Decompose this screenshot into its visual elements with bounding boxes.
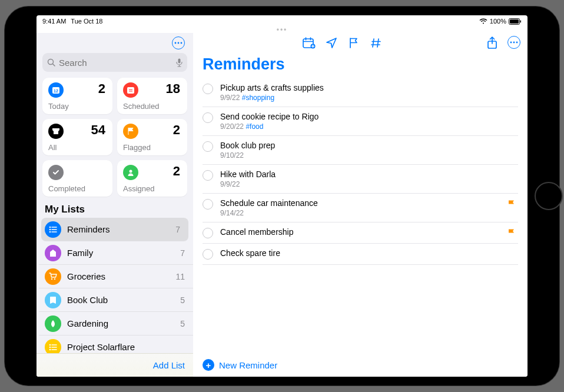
list-count: 7: [180, 248, 185, 258]
completion-toggle[interactable]: [203, 112, 213, 123]
list-row[interactable]: Family7: [39, 241, 193, 265]
svg-line-7: [53, 64, 55, 67]
svg-point-25: [49, 346, 51, 348]
my-lists: Reminders7Family7Groceries11Book Club5Ga…: [37, 218, 193, 353]
list-row[interactable]: Project Solarflare: [39, 335, 193, 353]
hashtag-icon[interactable]: [369, 36, 383, 50]
person-icon: [123, 165, 138, 180]
list-count: 5: [180, 295, 185, 305]
reminder-row[interactable]: Check spare tire: [203, 244, 518, 265]
list-row[interactable]: Book Club5: [39, 288, 193, 312]
wifi-icon: [479, 18, 487, 24]
status-bar: 9:41 AM Tue Oct 18 100%: [37, 15, 527, 27]
completion-toggle[interactable]: [203, 228, 213, 238]
list-icon: [45, 315, 61, 332]
reminder-row[interactable]: Book club prep9/10/22: [203, 136, 518, 165]
tray-icon: [48, 124, 64, 139]
svg-point-38: [510, 42, 512, 44]
calendar-icon: 12: [48, 82, 64, 98]
more-options-button[interactable]: [172, 36, 185, 49]
svg-point-16: [49, 226, 51, 228]
svg-rect-8: [178, 58, 181, 63]
list-icon: [45, 339, 61, 354]
main-panel: Reminders Pickup arts & crafts supplies9…: [193, 33, 527, 377]
reminder-title: Pickup arts & crafts supplies: [220, 83, 518, 92]
list-count: 11: [175, 272, 185, 281]
svg-point-5: [181, 42, 183, 44]
svg-rect-1: [510, 19, 519, 24]
reminder-title: Book club prep: [220, 141, 518, 150]
mic-icon[interactable]: [176, 58, 183, 67]
completion-toggle[interactable]: [203, 84, 213, 94]
list-name: Gardening: [67, 318, 174, 328]
reminder-title: Send cookie recipe to Rigo: [220, 112, 518, 121]
smart-lists-grid: 122Today18Scheduled54All2FlaggedComplete…: [37, 72, 193, 202]
svg-point-39: [513, 42, 515, 44]
flag-icon[interactable]: [347, 36, 361, 50]
smart-count: 54: [91, 122, 105, 138]
svg-rect-2: [520, 20, 522, 22]
toolbar: [193, 33, 527, 53]
completion-toggle[interactable]: [203, 141, 213, 152]
smart-label: Scheduled: [123, 102, 159, 111]
search-input[interactable]: [59, 58, 172, 68]
smart-label: Completed: [48, 184, 85, 193]
reminder-row[interactable]: Hike with Darla9/9/22: [203, 165, 518, 194]
list-row[interactable]: Reminders7: [41, 218, 188, 241]
smart-completed[interactable]: Completed: [42, 160, 112, 197]
calendar-icon: [123, 82, 138, 98]
search-field[interactable]: [42, 53, 187, 72]
completion-toggle[interactable]: [203, 199, 213, 210]
sidebar: 122Today18Scheduled54All2FlaggedComplete…: [37, 33, 193, 377]
smart-count: 2: [173, 122, 180, 138]
reminder-subtitle: 9/20/22 #food: [220, 122, 518, 131]
completion-toggle[interactable]: [203, 249, 213, 260]
smart-label: Today: [48, 102, 69, 111]
svg-point-3: [175, 42, 177, 44]
share-icon[interactable]: [485, 36, 499, 50]
list-name: Family: [67, 248, 174, 258]
completion-toggle[interactable]: [203, 170, 213, 181]
svg-point-17: [49, 228, 51, 230]
svg-point-4: [178, 42, 180, 44]
smart-assigned[interactable]: 2Assigned: [117, 160, 187, 197]
smart-label: All: [48, 143, 57, 152]
smart-scheduled[interactable]: 18Scheduled: [117, 78, 187, 114]
my-lists-header: My Lists: [37, 202, 193, 218]
reminder-row[interactable]: Send cookie recipe to Rigo9/20/22 #food: [203, 107, 518, 136]
battery-percent: 100%: [490, 18, 506, 25]
reminder-tag[interactable]: #shopping: [242, 94, 274, 102]
status-date: Tue Oct 18: [71, 18, 102, 25]
location-icon[interactable]: [324, 36, 339, 50]
list-count: 5: [180, 319, 185, 328]
reminder-row[interactable]: Cancel membership: [203, 222, 518, 244]
svg-point-26: [49, 348, 51, 350]
calendar-add-icon[interactable]: [302, 36, 316, 50]
new-reminder-button[interactable]: + New Reminder: [193, 353, 527, 377]
search-icon: [47, 58, 55, 67]
plus-icon: +: [203, 359, 214, 371]
home-button[interactable]: [535, 182, 563, 210]
svg-point-23: [54, 278, 55, 280]
list-options-button[interactable]: [507, 36, 520, 49]
flag-icon: [507, 200, 516, 209]
smart-label: Assigned: [123, 184, 154, 193]
reminder-subtitle: 9/14/22: [220, 209, 518, 217]
flag-icon: [507, 228, 516, 238]
reminder-row[interactable]: Pickup arts & crafts supplies9/9/22 #sho…: [203, 78, 518, 107]
list-name: Groceries: [67, 271, 170, 281]
add-list-button[interactable]: Add List: [37, 353, 193, 377]
reminder-row[interactable]: Schedule car maintenance9/14/22: [203, 194, 518, 222]
smart-flagged[interactable]: 2Flagged: [117, 119, 187, 155]
list-row[interactable]: Gardening5: [39, 312, 193, 335]
smart-today[interactable]: 122Today: [42, 78, 112, 114]
smart-all[interactable]: 54All: [42, 119, 112, 155]
list-title: Reminders: [193, 53, 527, 78]
svg-point-40: [516, 42, 518, 44]
list-name: Reminders: [67, 224, 170, 234]
svg-text:12: 12: [54, 89, 58, 93]
smart-count: 18: [166, 81, 180, 97]
list-row[interactable]: Groceries11: [39, 265, 193, 288]
multitask-dots[interactable]: •••: [37, 27, 527, 33]
reminder-tag[interactable]: #food: [245, 122, 263, 131]
